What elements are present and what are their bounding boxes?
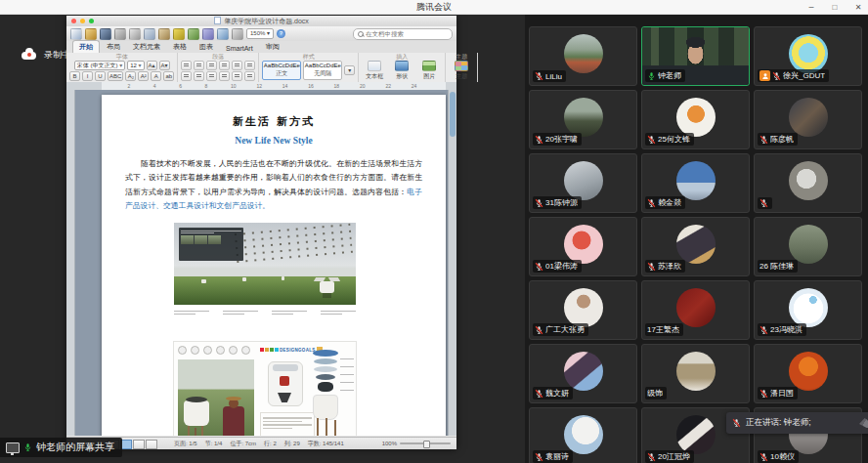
cloud-recording-icon	[22, 52, 36, 60]
share-banner-label: 钟老师的屏幕共享	[36, 441, 114, 454]
participant-tile[interactable]: 魏文妍	[529, 344, 637, 403]
speaking-toast: 正在讲话: 钟老师;	[726, 412, 868, 434]
font-name-select: 宋体 (中文正文) ▾	[74, 61, 125, 70]
participant-tile[interactable]: 23冯晓淇	[754, 280, 862, 340]
mic-muted-icon	[535, 262, 543, 272]
participant-namebar: 级饰	[645, 387, 667, 400]
participant-tile[interactable]: 徐兴_GDUT	[754, 26, 862, 86]
participant-namebar: 17王繁杰	[645, 323, 683, 336]
insert-textbox-button: 文本框	[362, 61, 387, 81]
multilevel-list-icon	[206, 61, 217, 70]
word-toolbar: 150% ▾?	[66, 26, 456, 42]
doc-image-design-poster: DESIGNGOALS	[173, 341, 357, 436]
strikethrough-icon: ABC	[108, 71, 123, 81]
participant-avatar	[789, 34, 828, 73]
ribbon-group-themes: 主题 主题	[446, 53, 478, 82]
participant-grid: LiLiu 钟老师	[529, 26, 866, 463]
toast-mic-muted-icon	[732, 418, 741, 428]
participant-namebar: 25何文锋	[645, 133, 694, 146]
recording-indicator: 录制中	[22, 49, 70, 62]
status-line: 行: 2	[264, 440, 277, 448]
participant-avatar	[789, 161, 828, 200]
participant-tile[interactable]: 苏泽欣	[641, 217, 750, 276]
minimize-button[interactable]	[805, 1, 817, 13]
participant-tile[interactable]: 级饰	[641, 344, 750, 403]
decrease-indent-icon	[219, 61, 230, 70]
participant-name: 10赖仪	[770, 451, 795, 462]
participant-tile[interactable]: 25何文锋	[641, 90, 750, 149]
line-spacing-icon	[244, 61, 255, 70]
locust-device	[320, 281, 334, 293]
zoom-percent: 100%	[382, 441, 397, 446]
participant-name: 25何文锋	[658, 134, 690, 145]
bullets-icon	[181, 61, 192, 70]
participant-name: 20张宇啸	[545, 134, 578, 145]
borders-icon	[232, 71, 242, 81]
textbox-icon	[368, 61, 381, 71]
sharer-mic-on-icon	[23, 442, 32, 452]
participant-namebar: 陈彦帆	[758, 133, 798, 146]
mac-close-icon	[71, 19, 76, 23]
participant-avatar	[564, 415, 603, 454]
participant-namebar: 26 陈佳琳	[758, 260, 798, 273]
participant-avatar	[789, 288, 828, 327]
participant-tile[interactable]: 20张宇啸	[529, 90, 637, 149]
participant-namebar: 广工大张勇	[533, 323, 588, 336]
align-right-icon	[206, 71, 217, 81]
word-search-field	[353, 28, 453, 40]
participant-avatar	[676, 415, 716, 454]
participant-tile[interactable]: 31陈钟源	[529, 153, 637, 213]
participant-tile[interactable]: 潘日国	[754, 344, 862, 403]
participant-tile[interactable]: 广工大张勇	[529, 280, 637, 340]
participant-namebar: 袁丽诗	[533, 450, 573, 463]
maximize-button[interactable]	[829, 1, 841, 13]
participant-tile[interactable]: 袁丽诗	[529, 407, 637, 463]
network-icon	[859, 418, 868, 428]
italic-icon: I	[82, 71, 93, 81]
columns-icon	[232, 28, 243, 40]
hand-raised-badge	[760, 70, 770, 81]
copy-icon	[144, 28, 155, 40]
search-input	[366, 30, 448, 37]
font-size-select: 12 ▾	[127, 61, 144, 70]
ribbon: 字体 宋体 (中文正文) ▾ 12 ▾ A▴ A▾ BIUABCA₂A²Aab …	[66, 53, 456, 83]
mic-muted-icon	[647, 198, 656, 208]
participant-name: 级饰	[647, 388, 663, 399]
participant-avatar	[564, 225, 603, 264]
document-area: 新生活 新方式 New Life New Style 随着技术的不断发展，人民的…	[66, 90, 456, 436]
participant-name: 20江冠烨	[658, 451, 690, 462]
participant-avatar	[676, 352, 716, 391]
participant-tile[interactable]: 26 陈佳琳	[754, 217, 862, 276]
participant-namebar: 31陈钟源	[533, 196, 582, 209]
mic-muted-icon	[760, 135, 768, 145]
open-icon	[85, 28, 97, 40]
participant-avatar	[564, 98, 603, 137]
screen-share-view[interactable]: 录制中 肇庆学院毕业设计命题.docx 150% ▾? 开始布局	[0, 14, 525, 463]
participant-tile[interactable]: 01梁伟涛	[529, 217, 637, 276]
mic-muted-icon	[535, 325, 543, 335]
ribbon-group-paragraph: 段落	[178, 53, 259, 82]
mac-zoom-icon	[89, 19, 94, 23]
participant-tile[interactable]: LiLiu	[529, 26, 637, 86]
participant-tile[interactable]: 赖金燚	[641, 153, 750, 213]
font-color-icon: A	[151, 71, 161, 81]
participant-namebar: 20张宇啸	[533, 133, 582, 146]
participant-tile[interactable]: 钟老师	[641, 26, 750, 86]
ribbon-group-insert: 插入 文本框 形状 图片	[359, 53, 446, 82]
participant-tile[interactable]: 17王繁杰	[641, 280, 750, 340]
participant-tile[interactable]: 陈彦帆	[754, 90, 862, 149]
participant-tile[interactable]	[754, 153, 862, 213]
participant-namebar: 23冯晓淇	[758, 323, 806, 336]
participant-name: 23冯晓淇	[770, 324, 803, 335]
close-button[interactable]	[852, 1, 864, 13]
participants-panel: LiLiu 钟老师	[525, 14, 868, 463]
mic-muted-icon	[535, 198, 543, 208]
grow-font-icon: A▴	[147, 61, 157, 70]
document-scrollbar	[448, 90, 456, 436]
save-icon	[100, 28, 111, 40]
doc-subheading: New Life New Style	[102, 136, 446, 146]
undo-icon	[188, 28, 199, 40]
mic-muted-icon	[772, 71, 781, 81]
participant-name: 17王繁杰	[647, 324, 679, 335]
mic-muted-icon	[535, 71, 543, 81]
